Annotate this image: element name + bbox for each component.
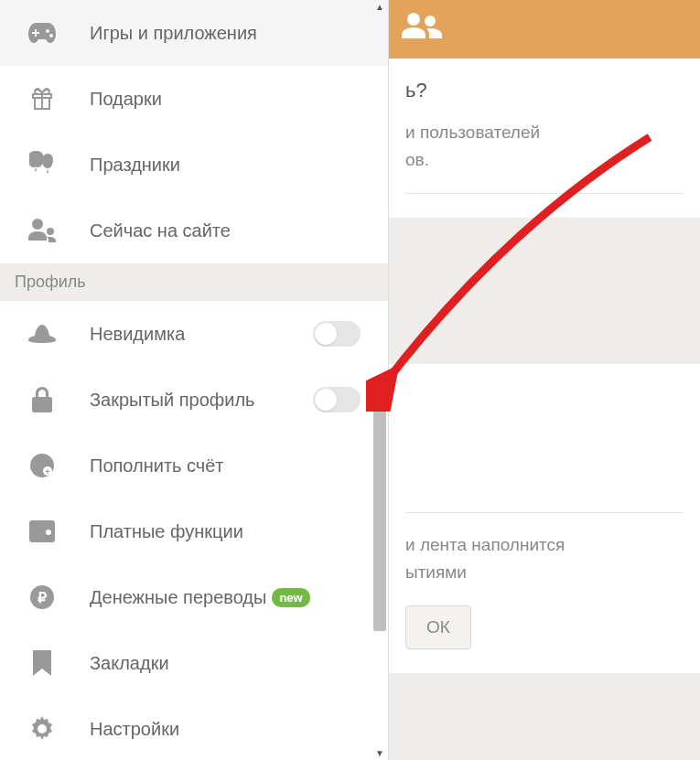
- spacer: [405, 384, 684, 494]
- card-text-line-1: и пользователей: [405, 119, 684, 146]
- sidebar-item-bookmarks[interactable]: Закладки: [0, 630, 388, 696]
- wallet-icon: [26, 515, 59, 548]
- new-badge: new: [272, 588, 309, 607]
- scroll-up-arrow[interactable]: ▲: [375, 2, 384, 12]
- scrollbar-thumb[interactable]: [373, 393, 386, 631]
- sidebar-item-label: Игры и приложения: [90, 23, 257, 44]
- sidebar-item-label: Подарки: [90, 89, 162, 110]
- sidebar-item-holidays[interactable]: Праздники: [0, 132, 388, 198]
- sidebar-item-label: Сейчас на сайте: [90, 220, 231, 241]
- gift-icon: [26, 82, 59, 115]
- gamepad-icon: [26, 16, 59, 49]
- card-title: ь?: [405, 79, 684, 102]
- svg-text:+: +: [45, 467, 49, 476]
- app-container: ▲ ▼ Игры и приложения Подарки П: [0, 0, 700, 760]
- info-card-1: ь? и пользователей ов.: [389, 59, 700, 218]
- sidebar-item-closed-profile[interactable]: Закрытый профиль: [0, 367, 388, 433]
- gear-icon: [26, 712, 59, 745]
- sidebar-item-online[interactable]: Сейчас на сайте: [0, 198, 388, 263]
- sidebar-item-transfers[interactable]: ₽ Денежные переводы new: [0, 564, 388, 630]
- sidebar-item-label: Закрытый профиль: [90, 390, 255, 411]
- card-text-line-4: ытиями: [405, 559, 684, 586]
- divider: [405, 193, 684, 194]
- section-header-profile: Профиль: [0, 263, 388, 301]
- sidebar-item-label: Денежные переводы: [90, 587, 266, 608]
- sidebar-item-topup[interactable]: + Пополнить счёт: [0, 433, 388, 498]
- sidebar-item-games[interactable]: Игры и приложения: [0, 0, 388, 66]
- svg-text:₽: ₽: [38, 590, 47, 605]
- card-text-line-3: и лента наполнится: [405, 531, 684, 559]
- sidebar-item-label: Закладки: [90, 653, 169, 674]
- friends-icon[interactable]: [402, 13, 442, 46]
- sidebar-item-settings[interactable]: Настройки: [0, 696, 388, 760]
- main-area: ь? и пользователей ов. и лента наполнитс…: [389, 0, 700, 760]
- card-text-line-2: ов.: [405, 146, 684, 174]
- sidebar-item-label: Пополнить счёт: [90, 455, 224, 476]
- scroll-down-arrow[interactable]: ▼: [375, 748, 384, 758]
- sidebar-item-gifts[interactable]: Подарки: [0, 66, 388, 132]
- info-card-2: и лента наполнится ытиями ОК: [389, 364, 700, 673]
- sidebar-item-label: Настройки: [90, 719, 179, 740]
- coin-icon: +: [26, 449, 59, 482]
- toggle-closed-profile[interactable]: [313, 387, 361, 412]
- toggle-invisible[interactable]: [313, 321, 361, 347]
- toggle-knob: [315, 389, 337, 411]
- spacer: [389, 218, 700, 355]
- sidebar-scroll-area: ▲ ▼ Игры и приложения Подарки П: [0, 0, 388, 760]
- sidebar-item-paid[interactable]: Платные функции: [0, 498, 388, 564]
- sidebar: ▲ ▼ Игры и приложения Подарки П: [0, 0, 389, 760]
- toggle-knob: [315, 323, 337, 345]
- bookmark-icon: [26, 647, 59, 680]
- ok-button[interactable]: ОК: [405, 605, 471, 649]
- sidebar-item-label: Невидимка: [90, 324, 185, 345]
- hat-icon: [26, 317, 59, 350]
- balloons-icon: [26, 148, 59, 181]
- lock-icon: [26, 383, 59, 416]
- sidebar-item-label: Платные функции: [90, 521, 243, 542]
- ruble-icon: ₽: [26, 581, 59, 614]
- header-bar: [389, 0, 700, 59]
- people-icon: [26, 214, 59, 247]
- sidebar-item-invisible[interactable]: Невидимка: [0, 301, 388, 367]
- sidebar-item-label: Праздники: [90, 155, 180, 176]
